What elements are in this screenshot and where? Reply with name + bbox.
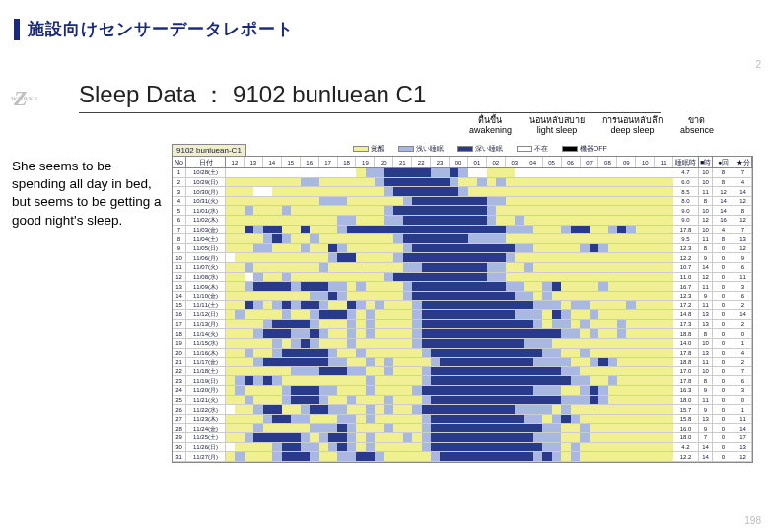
metric-cell: 11 — [699, 396, 713, 405]
row-no: 22 — [173, 367, 186, 376]
metric-cell: 0 — [713, 292, 734, 300]
metric-cell: 11 — [734, 273, 752, 282]
row-date: 11/02(木) — [186, 216, 226, 225]
metric-cell: 10 — [699, 178, 713, 187]
hour-header-cell: 16 — [301, 157, 319, 167]
logo-sub: WORKS — [11, 97, 38, 101]
metric-cell: 14.0 — [673, 339, 699, 348]
row-no: 28 — [173, 424, 186, 432]
table-row: 2211/18(土)17.01007 — [173, 367, 752, 377]
row-no: 31 — [173, 452, 186, 461]
table-row: 1711/13(月)17.31302 — [173, 320, 752, 330]
metric-cell: 9 — [699, 292, 713, 300]
row-date: 11/08(水) — [186, 273, 226, 282]
row-no: 1 — [173, 168, 186, 177]
sleep-strip — [226, 396, 673, 405]
metric-cell: 8.0 — [673, 197, 699, 206]
metric-cell: 17.0 — [673, 367, 699, 376]
legend-absence: ขาด absence — [680, 116, 714, 136]
metric-cell: 1 — [734, 339, 752, 348]
metric-cell: 13 — [734, 443, 752, 452]
metric-cell: 0 — [713, 273, 734, 282]
metric-cell: 11 — [699, 187, 713, 196]
row-date: 11/05(日) — [186, 244, 226, 253]
hour-header-cell: 14 — [263, 157, 282, 167]
metric-cell: 11 — [699, 301, 713, 310]
metric-cell: 17.2 — [673, 301, 699, 310]
table-row: 1211/08(水)11.012011 — [173, 273, 752, 283]
metric-cell: 0 — [713, 339, 734, 348]
col-m2: ■時 — [699, 157, 713, 167]
row-no: 24 — [173, 386, 186, 395]
metric-cell: 14 — [713, 206, 734, 215]
hour-header-cell: 18 — [338, 157, 357, 167]
row-date: 11/23(木) — [186, 415, 226, 424]
metric-cell: 10 — [699, 367, 713, 376]
header-accent — [14, 19, 20, 40]
metric-cell: 7 — [734, 367, 752, 376]
metric-cell: 13 — [699, 320, 713, 329]
metric-cell: 8 — [699, 197, 713, 206]
row-date: 11/21(火) — [186, 396, 226, 405]
row-no: 26 — [173, 405, 186, 414]
table-row: 811/04(土)9.511813 — [173, 234, 752, 244]
sleep-strip — [226, 386, 673, 395]
row-no: 25 — [173, 396, 186, 405]
table-row: 2011/16(木)17.81304 — [173, 349, 752, 359]
sleep-strip — [226, 310, 673, 319]
metric-cell: 11 — [734, 415, 752, 424]
metric-cell: 4 — [713, 226, 734, 234]
metric-cell: 14 — [734, 187, 752, 196]
metric-cell: 2 — [734, 301, 752, 310]
metric-cell: 11 — [699, 358, 713, 366]
metric-cell: 0 — [713, 301, 734, 310]
metric-cell: 8 — [713, 234, 734, 243]
metric-cell: 14 — [699, 263, 713, 272]
hour-header-cell: 20 — [375, 157, 393, 167]
row-no: 6 — [173, 216, 186, 225]
legend-awakening: ตื่นขึ้น awakening — [469, 116, 512, 136]
metric-cell: 6 — [734, 292, 752, 300]
row-date: 11/26(日) — [186, 443, 226, 452]
col-m3: ●回 — [713, 157, 734, 167]
metric-cell: 8 — [699, 329, 713, 338]
table-row: 1411/10(金)12.3906 — [173, 292, 752, 301]
metric-cell: 0 — [734, 329, 752, 338]
sleep-strip — [226, 244, 673, 253]
metric-cell: 8 — [699, 244, 713, 253]
metric-cell: 14 — [713, 197, 734, 206]
row-date: 11/15(水) — [186, 339, 226, 348]
row-date: 11/06(月) — [186, 253, 226, 262]
metric-cell: 0 — [713, 310, 734, 319]
metric-cell: 0 — [713, 424, 734, 432]
metric-cell: 9 — [734, 253, 752, 262]
metric-cell: 7 — [699, 433, 713, 442]
metric-cell: 17.8 — [673, 349, 699, 358]
sleep-strip — [226, 253, 673, 262]
row-date: 10/28(土) — [186, 168, 226, 177]
row-date: 11/16(木) — [186, 349, 226, 358]
sleep-strip — [226, 358, 673, 366]
metric-cell: 14 — [734, 310, 752, 319]
metric-cell: 18.0 — [673, 396, 699, 405]
sleep-strip — [226, 168, 673, 177]
metric-cell: 12 — [734, 244, 752, 253]
metric-cell: 4 — [734, 178, 752, 187]
metric-cell: 9 — [699, 386, 713, 395]
table-row: 1511/11(土)17.21102 — [173, 301, 752, 311]
metric-cell: 12 — [734, 197, 752, 206]
hour-header-cell: 04 — [524, 157, 543, 167]
row-no: 3 — [173, 187, 186, 196]
metric-cell: 8 — [713, 168, 734, 177]
legend-light: นอนหลับสบาย light sleep — [529, 116, 585, 136]
table-row: 2411/20(月)16.3903 — [173, 386, 752, 396]
metric-cell: 9.0 — [673, 206, 699, 215]
table-row: 511/01(水)9.010148 — [173, 206, 752, 216]
aux-legend: 覚醒 浅い睡眠 深い睡眠 不在 機器OFF — [353, 144, 607, 154]
table-row: 711/03(金)17.81047 — [173, 226, 752, 235]
table-row: 2811/24(金)16.09014 — [173, 424, 752, 433]
row-no: 11 — [173, 263, 186, 272]
metric-cell: 0 — [713, 349, 734, 358]
hour-header-cell: 07 — [581, 157, 599, 167]
row-date: 11/14(火) — [186, 329, 226, 338]
